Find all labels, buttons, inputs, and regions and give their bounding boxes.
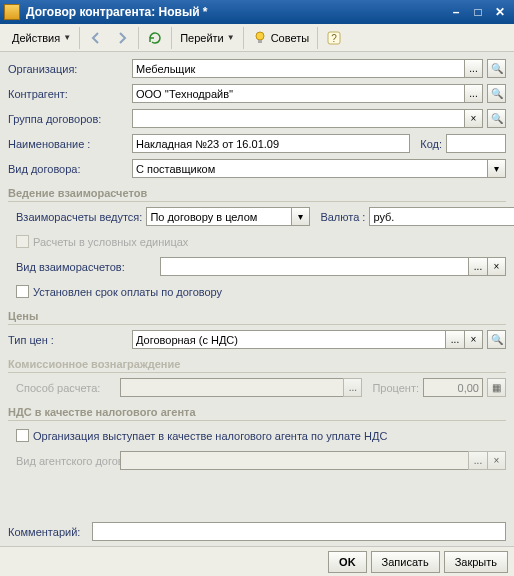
maximize-button[interactable]: □ — [468, 3, 488, 21]
cu-calc-label: Расчеты в условных единицах — [33, 236, 188, 248]
settlement-type-clear-button[interactable]: × — [487, 257, 506, 276]
advice-button[interactable]: Советы — [248, 28, 313, 48]
settlement-basis-input[interactable] — [146, 207, 291, 226]
organization-open-button[interactable]: 🔍 — [487, 59, 506, 78]
arrow-right-icon — [114, 30, 130, 46]
refresh-icon — [147, 30, 163, 46]
svg-point-0 — [256, 32, 264, 40]
calc-method-input — [120, 378, 343, 397]
agent-contract-type-select-button: ... — [468, 451, 487, 470]
lightbulb-icon — [252, 30, 268, 46]
settlement-type-input[interactable] — [160, 257, 468, 276]
nav-back-button[interactable] — [84, 28, 108, 48]
search-icon: 🔍 — [491, 88, 503, 99]
settlement-type-label: Вид взаиморасчетов: — [16, 261, 156, 273]
price-type-label: Тип цен : — [8, 334, 128, 346]
goto-menu[interactable]: Перейти ▼ — [176, 30, 239, 46]
commission-header: Комиссионное вознаграждение — [8, 358, 506, 373]
help-button[interactable]: ? — [322, 28, 346, 48]
titlebar: Договор контрагента: Новый * – □ ✕ — [0, 0, 514, 24]
organization-input[interactable] — [132, 59, 464, 78]
payment-term-label: Установлен срок оплаты по договору — [33, 286, 222, 298]
app-icon — [4, 4, 20, 20]
settlement-type-select-button[interactable]: ... — [468, 257, 487, 276]
currency-input[interactable] — [369, 207, 514, 226]
contract-type-input[interactable] — [132, 159, 487, 178]
agent-contract-type-input — [120, 451, 468, 470]
settlement-basis-dropdown-button[interactable]: ▾ — [291, 207, 310, 226]
help-icon: ? — [326, 30, 342, 46]
contract-group-clear-button[interactable]: × — [464, 109, 483, 128]
name-input[interactable] — [132, 134, 410, 153]
price-type-clear-button[interactable]: × — [464, 330, 483, 349]
chevron-down-icon: ▼ — [227, 33, 235, 42]
prices-header: Цены — [8, 310, 506, 325]
refresh-button[interactable] — [143, 28, 167, 48]
window: Договор контрагента: Новый * – □ ✕ Дейст… — [0, 0, 514, 576]
close-button[interactable]: ✕ — [490, 3, 510, 21]
is-tax-agent-label: Организация выступает в качестве налогов… — [33, 430, 387, 442]
svg-text:?: ? — [331, 33, 337, 44]
percent-label: Процент: — [372, 382, 419, 394]
code-label: Код: — [420, 138, 442, 150]
contract-group-label: Группа договоров: — [8, 113, 128, 125]
price-type-input[interactable] — [132, 330, 445, 349]
name-label: Наименование : — [8, 138, 128, 150]
agent-contract-type-label: Вид агентского договора: — [16, 455, 116, 467]
contract-group-open-button[interactable]: 🔍 — [487, 109, 506, 128]
search-icon: 🔍 — [491, 113, 503, 124]
calc-method-label: Способ расчета: — [16, 382, 116, 394]
save-button[interactable]: Записать — [371, 551, 440, 573]
counterparty-label: Контрагент: — [8, 88, 128, 100]
actions-menu[interactable]: Действия ▼ — [8, 30, 75, 46]
search-icon: 🔍 — [491, 334, 503, 345]
is-tax-agent-checkbox[interactable] — [16, 429, 29, 442]
comment-label: Комментарий: — [8, 526, 88, 538]
contract-type-dropdown-button[interactable]: ▾ — [487, 159, 506, 178]
counterparty-select-button[interactable]: ... — [464, 84, 483, 103]
contract-type-label: Вид договора: — [8, 163, 128, 175]
counterparty-open-button[interactable]: 🔍 — [487, 84, 506, 103]
comment-input[interactable] — [92, 522, 506, 541]
percent-calc-button: ▦ — [487, 378, 506, 397]
price-type-select-button[interactable]: ... — [445, 330, 464, 349]
code-input[interactable] — [446, 134, 506, 153]
organization-select-button[interactable]: ... — [464, 59, 483, 78]
tax-agent-header: НДС в качестве налогового агента — [8, 406, 506, 421]
percent-input — [423, 378, 483, 397]
agent-contract-type-clear-button: × — [487, 451, 506, 470]
currency-label: Валюта : — [320, 211, 365, 223]
close-form-button[interactable]: Закрыть — [444, 551, 508, 573]
organization-label: Организация: — [8, 63, 128, 75]
ok-button[interactable]: OK — [328, 551, 367, 573]
chevron-down-icon: ▼ — [63, 33, 71, 42]
arrow-left-icon — [88, 30, 104, 46]
cu-calc-checkbox — [16, 235, 29, 248]
form-content: Организация: ... 🔍 Контрагент: ... 🔍 Гру… — [0, 52, 514, 546]
calc-method-select-button: ... — [343, 378, 362, 397]
price-type-open-button[interactable]: 🔍 — [487, 330, 506, 349]
svg-rect-1 — [258, 40, 262, 43]
window-title: Договор контрагента: Новый * — [26, 5, 444, 19]
footer: OK Записать Закрыть — [0, 546, 514, 576]
search-icon: 🔍 — [491, 63, 503, 74]
contract-group-input[interactable] — [132, 109, 464, 128]
toolbar: Действия ▼ Перейти ▼ С — [0, 24, 514, 52]
nav-forward-button[interactable] — [110, 28, 134, 48]
counterparty-input[interactable] — [132, 84, 464, 103]
minimize-button[interactable]: – — [446, 3, 466, 21]
settlements-header: Ведение взаиморасчетов — [8, 187, 506, 202]
settlement-basis-label: Взаиморасчеты ведутся: — [16, 211, 142, 223]
payment-term-checkbox[interactable] — [16, 285, 29, 298]
